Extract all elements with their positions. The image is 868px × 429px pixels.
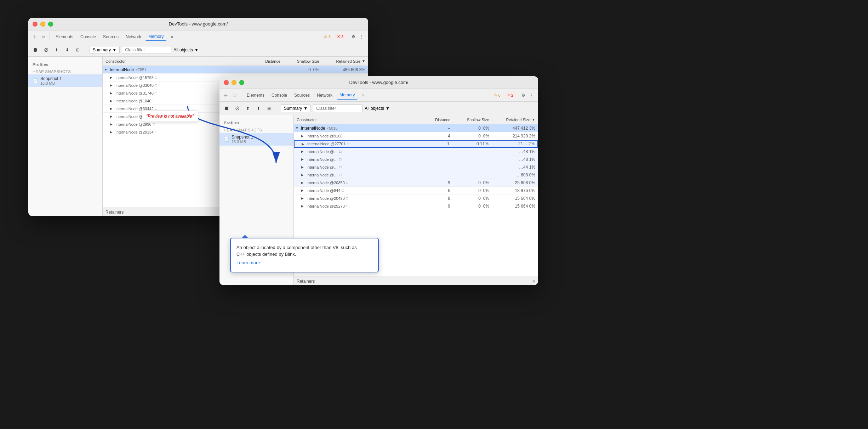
- maximize-button-1[interactable]: [48, 22, 53, 27]
- tab-memory-1[interactable]: Memory: [145, 33, 166, 41]
- tab-sources-2[interactable]: Sources: [291, 91, 313, 99]
- minimize-button-1[interactable]: [40, 22, 45, 27]
- upload-btn-1[interactable]: ⬆: [52, 46, 61, 54]
- snapshot-info-2: Snapshot 1 13.3 MB: [232, 135, 253, 144]
- tab-sources-1[interactable]: Sources: [100, 33, 121, 41]
- tooltip-text-1: An object allocated by a component other…: [294, 244, 372, 251]
- expand-icon[interactable]: ▶: [301, 188, 305, 192]
- download-btn-2[interactable]: ⬇: [254, 104, 263, 113]
- expand-icon[interactable]: ▶: [110, 91, 114, 95]
- upload-btn-2[interactable]: ⬆: [244, 104, 252, 113]
- class-filter-input-2[interactable]: [313, 105, 362, 112]
- expand-icon[interactable]: ▶: [302, 142, 306, 146]
- table-row[interactable]: ▶ InternalNode @20850 □ 9 0 0% 25 608 0%: [294, 179, 538, 187]
- summary-dropdown-2[interactable]: Summary ▼: [281, 105, 311, 112]
- more-icon-2[interactable]: ⋮: [528, 92, 535, 99]
- expand-icon[interactable]: ▶: [301, 157, 305, 161]
- expand-icon[interactable]: ▶: [301, 134, 305, 138]
- table-row[interactable]: ▼ InternalNode ×7851 – 0 0% 486 608 3%: [103, 66, 368, 74]
- class-filter-input-1[interactable]: [122, 46, 171, 54]
- close-button-1[interactable]: [33, 22, 38, 27]
- err-icon-2: ✕: [507, 93, 510, 97]
- table-row[interactable]: ▶ InternalNode @9166 □ 4 0 0% 214 928 2%: [294, 132, 538, 140]
- tab-memory-2[interactable]: Memory: [337, 91, 358, 100]
- expand-icon[interactable]: ▶: [110, 122, 114, 126]
- table-row[interactable]: ▶ InternalNode @25270 □ 9 0 0% 15 664 0%: [294, 202, 538, 210]
- err-count-2: 2: [511, 93, 513, 97]
- device-icon-1[interactable]: ▭: [40, 33, 47, 40]
- expand-icon[interactable]: ▶: [301, 173, 305, 177]
- snapshot-item-1[interactable]: 📄 Snapshot 1 16.0 MB: [28, 74, 102, 87]
- window-1-sidebar: Profiles HEAP SNAPSHOTS 📄 Snapshot 1 16.…: [28, 57, 103, 216]
- tab-elements-2[interactable]: Elements: [244, 91, 267, 99]
- tab-network-2[interactable]: Network: [314, 91, 335, 99]
- settings-icon-2[interactable]: ⚙: [520, 92, 527, 99]
- table-row[interactable]: ▶ InternalNode @20490 □ 8 0 0% 15 664 0%: [294, 194, 538, 202]
- expand-icon[interactable]: ▶: [301, 204, 305, 208]
- tab-console-2[interactable]: Console: [269, 91, 290, 99]
- tab-console-1[interactable]: Console: [78, 33, 99, 41]
- settings-icon-1[interactable]: ⚙: [350, 33, 357, 40]
- expand-icon[interactable]: ▶: [301, 196, 305, 200]
- th-retained-1: Retained Size ▼: [322, 59, 368, 63]
- expand-icon[interactable]: ▶: [110, 130, 114, 134]
- expand-icon[interactable]: ▶: [110, 99, 114, 103]
- tab-more-2[interactable]: »: [359, 91, 367, 99]
- all-objects-dropdown-1[interactable]: All objects ▼: [173, 47, 199, 52]
- warn-icon-2: ⚠: [494, 93, 497, 97]
- expand-icon[interactable]: ▶: [110, 75, 114, 79]
- th-shallow-1: Shallow Size: [283, 59, 322, 63]
- th-distance-2: Distance: [425, 118, 453, 122]
- tab-more-1[interactable]: »: [168, 33, 176, 41]
- device-icon-2[interactable]: ▭: [231, 92, 238, 99]
- table-row[interactable]: ▶ InternalNode @… □ …608 0%: [294, 171, 538, 179]
- table-row[interactable]: ▶ InternalNode @… □ …44 1%: [294, 163, 538, 171]
- window-2-titlebar: DevTools - www.google.com/: [219, 76, 538, 89]
- traffic-lights-2: [224, 80, 244, 85]
- expand-icon[interactable]: ▼: [104, 68, 108, 72]
- tab-elements-1[interactable]: Elements: [53, 33, 76, 41]
- all-objects-dropdown-2[interactable]: All objects ▼: [365, 106, 390, 111]
- grid-btn-2[interactable]: ⊞: [265, 104, 273, 113]
- record-btn-1[interactable]: ⏺: [31, 46, 40, 54]
- table-row[interactable]: ▶ InternalNode @27701 □ 1 0 11% 21… 2%: [294, 140, 538, 148]
- err-badge-2: ✕ 2: [505, 92, 515, 98]
- summary-arrow-2: ▼: [303, 106, 308, 111]
- inspector-icon-2[interactable]: ⊹: [222, 92, 229, 99]
- tooltip-text-2: C++ objects defined by Blink.: [294, 251, 372, 258]
- minimize-button-2[interactable]: [232, 80, 236, 85]
- expand-icon[interactable]: ▶: [110, 83, 114, 87]
- sep-snap-1: [86, 46, 86, 53]
- table-row[interactable]: ▶ InternalNode @… □ …48 1%: [294, 148, 538, 156]
- summary-dropdown-1[interactable]: Summary ▼: [90, 46, 120, 54]
- download-btn-1[interactable]: ⬇: [63, 46, 72, 54]
- profiles-title-2: Profiles: [219, 119, 293, 126]
- summary-arrow-1: ▼: [112, 47, 116, 52]
- record-btn-2[interactable]: ⏺: [222, 104, 231, 113]
- expand-icon[interactable]: ▶: [110, 114, 114, 118]
- window-2-tabbar: ⊹ ▭ Elements Console Sources Network Mem…: [219, 89, 538, 102]
- expand-icon[interactable]: ▶: [301, 181, 305, 185]
- expand-icon[interactable]: ▶: [301, 149, 305, 153]
- tab-network-1[interactable]: Network: [123, 33, 144, 41]
- clear-btn-2[interactable]: ⊘: [233, 104, 241, 113]
- table-row[interactable]: ▼ InternalNode ×5010 – 0 0% 447 412 3%: [294, 124, 538, 132]
- close-button-2[interactable]: [224, 80, 229, 85]
- inspector-icon-1[interactable]: ⊹: [31, 33, 38, 40]
- clear-btn-1[interactable]: ⊘: [42, 46, 50, 54]
- th-distance-1: Distance: [255, 59, 283, 63]
- expand-icon[interactable]: ▶: [301, 165, 305, 169]
- err-icon-1: ✕: [337, 34, 340, 39]
- learn-more-link[interactable]: Learn more: [294, 259, 372, 266]
- table-row[interactable]: ▶ InternalNode @… □ …48 1%: [294, 156, 538, 163]
- scrollbar-handle[interactable]: ≡: [532, 278, 535, 284]
- more-icon-1[interactable]: ⋮: [358, 33, 365, 40]
- expand-icon[interactable]: ▶: [110, 107, 114, 111]
- snapshot-item-2[interactable]: 📄 Snapshot 1 13.3 MB: [219, 133, 293, 146]
- maximize-button-2[interactable]: [239, 80, 244, 85]
- expand-icon[interactable]: ▼: [295, 126, 299, 130]
- snapshot-name-2: Snapshot 1: [232, 135, 253, 140]
- grid-btn-1[interactable]: ⊞: [74, 46, 82, 54]
- snapshot-size-2: 13.3 MB: [232, 140, 253, 144]
- table-row[interactable]: ▶ InternalNode @844 □ 6 0 0% 18 976 0%: [294, 187, 538, 194]
